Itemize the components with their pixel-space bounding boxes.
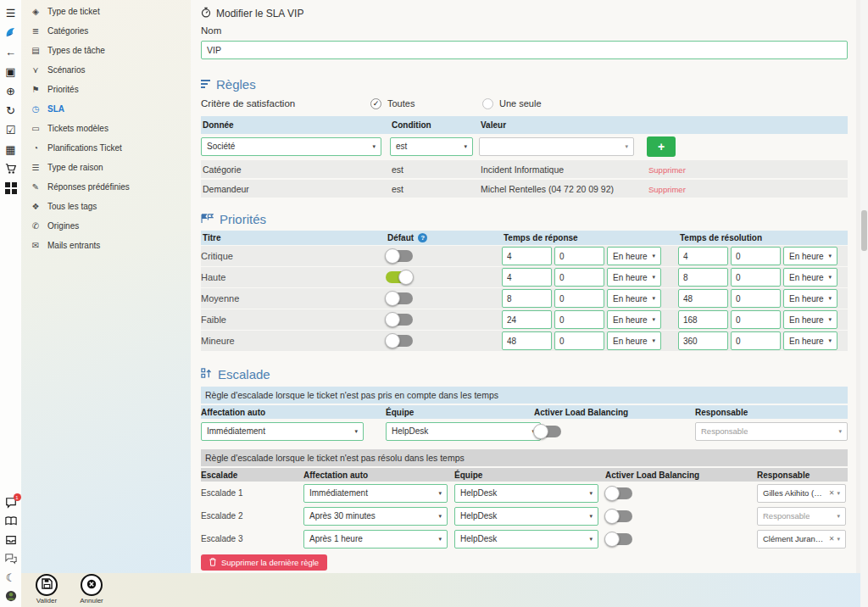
assignment-select[interactable]: Après 30 minutes▾ (303, 507, 448, 526)
default-toggle[interactable] (386, 314, 413, 326)
sidebar-item-planifications-ticket[interactable]: ◔Planifications Ticket (21, 138, 191, 158)
resolution-unit-select[interactable]: En heure▾ (783, 247, 837, 265)
response-hours-input[interactable] (502, 247, 552, 265)
resolution-minutes-input[interactable] (731, 289, 781, 308)
resolution-hours-input[interactable] (678, 247, 728, 265)
assignment-select[interactable]: Immédiatement▾ (201, 422, 364, 441)
col-defaut: Défaut (387, 233, 414, 242)
sidebar-item-tous-les-tags[interactable]: ❖Tous les tags (21, 197, 191, 216)
resolution-minutes-input[interactable] (731, 268, 781, 287)
response-unit-select[interactable]: En heure▾ (607, 247, 661, 265)
load-balancing-toggle[interactable] (605, 533, 632, 545)
team-select[interactable]: HelpDesk▾ (454, 507, 598, 526)
response-unit-select[interactable]: En heure▾ (607, 268, 661, 287)
sidebar-item-origines[interactable]: ✆Origines (21, 216, 191, 236)
sidebar-item-tickets-modeles[interactable]: ▭Tickets modèles (21, 119, 191, 138)
sidebar-item-sla[interactable]: ◷SLA (21, 99, 191, 119)
name-input[interactable] (201, 41, 848, 59)
load-balancing-toggle[interactable] (605, 510, 632, 522)
delete-last-rule-button[interactable]: Supprimer la dernière règle (201, 554, 327, 571)
load-balancing-toggle[interactable] (605, 487, 632, 499)
sidebar-item-reponses-predefinies[interactable]: ✎Réponses prédéfinies (21, 177, 191, 197)
cart-icon[interactable] (4, 162, 18, 175)
assignment-select[interactable]: Immédiatement▾ (303, 484, 448, 503)
clear-icon[interactable]: ✕ (829, 489, 835, 497)
response-minutes-input[interactable] (554, 247, 604, 265)
radio-unchecked-icon[interactable] (482, 98, 493, 109)
scrollbar-thumb[interactable] (861, 210, 867, 251)
sidebar-item-type-de-ticket[interactable]: ◈Type de ticket (21, 2, 191, 21)
vertical-scrollbar[interactable] (860, 0, 868, 607)
manager-combobox[interactable]: Clément Jurance (agent)✕▾ (757, 530, 846, 549)
criterion-one-option[interactable]: Une seule (482, 98, 542, 109)
resolution-minutes-input[interactable] (731, 310, 781, 329)
resolution-hours-input[interactable] (678, 289, 728, 308)
delete-rule-link[interactable]: Supprimer (643, 165, 686, 175)
team-select[interactable]: HelpDesk▾ (454, 530, 598, 549)
manager-combobox[interactable]: Responsable▾ (695, 422, 848, 441)
response-hours-input[interactable] (502, 289, 552, 308)
response-unit-select[interactable]: En heure▾ (607, 331, 661, 350)
sync-icon[interactable]: ↻ (4, 103, 18, 117)
resolution-minutes-input[interactable] (731, 331, 781, 350)
sidebar-item-type-de-raison[interactable]: ☰Type de raison (21, 158, 191, 177)
load-balancing-toggle[interactable] (534, 426, 561, 437)
apps-icon[interactable] (4, 181, 18, 195)
book-icon[interactable] (4, 515, 18, 528)
menu-icon[interactable]: ☰ (4, 6, 18, 19)
sidebar-item-mails-entrants[interactable]: ✉Mails entrants (21, 236, 191, 255)
rule-condition-select[interactable]: est▾ (390, 137, 473, 156)
sidebar-item-priorites[interactable]: ⚑Priorités (21, 80, 191, 99)
help-icon[interactable]: ? (418, 233, 427, 242)
checked-circle-icon[interactable]: ✓ (370, 98, 381, 109)
response-minutes-input[interactable] (554, 289, 604, 308)
team-select[interactable]: HelpDesk▾ (386, 422, 541, 441)
default-toggle[interactable] (386, 292, 413, 304)
clear-icon[interactable]: ✕ (829, 535, 835, 543)
validate-button[interactable]: Valider (30, 574, 64, 604)
response-hours-input[interactable] (502, 310, 552, 329)
sidebar-item-types-de-tache[interactable]: ▤Types de tâche (21, 41, 191, 60)
chat-icon[interactable]: 1 (4, 496, 18, 510)
default-toggle[interactable] (386, 250, 413, 262)
response-unit-select[interactable]: En heure▾ (607, 310, 661, 329)
team-select[interactable]: HelpDesk▾ (454, 484, 598, 503)
rule-data-select[interactable]: Société▾ (201, 137, 381, 156)
sidebar-item-categories[interactable]: ≣Catégories (21, 21, 191, 41)
assignment-select[interactable]: Après 1 heure▾ (303, 530, 448, 549)
resolution-unit-select[interactable]: En heure▾ (783, 310, 837, 329)
resolution-minutes-input[interactable] (731, 247, 781, 265)
rule-value-combobox[interactable]: ▾ (479, 137, 634, 156)
criterion-all-option[interactable]: ✓ Toutes (370, 98, 482, 109)
response-hours-input[interactable] (502, 331, 552, 350)
forum-icon[interactable] (4, 552, 18, 565)
dark-mode-icon[interactable]: ☾ (4, 571, 18, 584)
response-minutes-input[interactable] (554, 310, 604, 329)
qr-scan-icon[interactable]: ▦ (4, 142, 18, 156)
resolution-unit-select[interactable]: En heure▾ (783, 331, 837, 350)
response-hours-input[interactable] (502, 268, 552, 287)
add-icon[interactable]: ⊕ (4, 84, 18, 97)
resolution-hours-input[interactable] (678, 331, 728, 350)
response-unit-select[interactable]: En heure▾ (607, 289, 661, 308)
response-minutes-input[interactable] (554, 331, 604, 350)
profile-avatar[interactable] (4, 589, 18, 603)
response-minutes-input[interactable] (554, 268, 604, 287)
manager-combobox[interactable]: Responsable▾ (757, 507, 846, 526)
resolution-hours-input[interactable] (678, 268, 728, 287)
manager-combobox[interactable]: Gilles Akihito (superviseur)✕▾ (757, 484, 846, 503)
resolution-unit-select[interactable]: En heure▾ (783, 268, 837, 287)
resolution-hours-input[interactable] (678, 310, 728, 329)
default-toggle[interactable] (386, 271, 413, 283)
add-rule-button[interactable]: + (647, 136, 676, 157)
tasks-icon[interactable]: ☑ (4, 123, 18, 136)
sidebar-item-scenarios[interactable]: ⋎Scénarios (21, 60, 191, 80)
back-icon[interactable]: ← (4, 45, 18, 58)
cancel-button[interactable]: Annuler (75, 574, 108, 604)
app-logo[interactable] (4, 25, 18, 39)
screenshot-icon[interactable]: ▣ (4, 64, 18, 78)
default-toggle[interactable] (386, 335, 413, 347)
resolution-unit-select[interactable]: En heure▾ (783, 289, 837, 308)
inbox-icon[interactable] (4, 533, 18, 547)
delete-rule-link[interactable]: Supprimer (643, 185, 686, 194)
